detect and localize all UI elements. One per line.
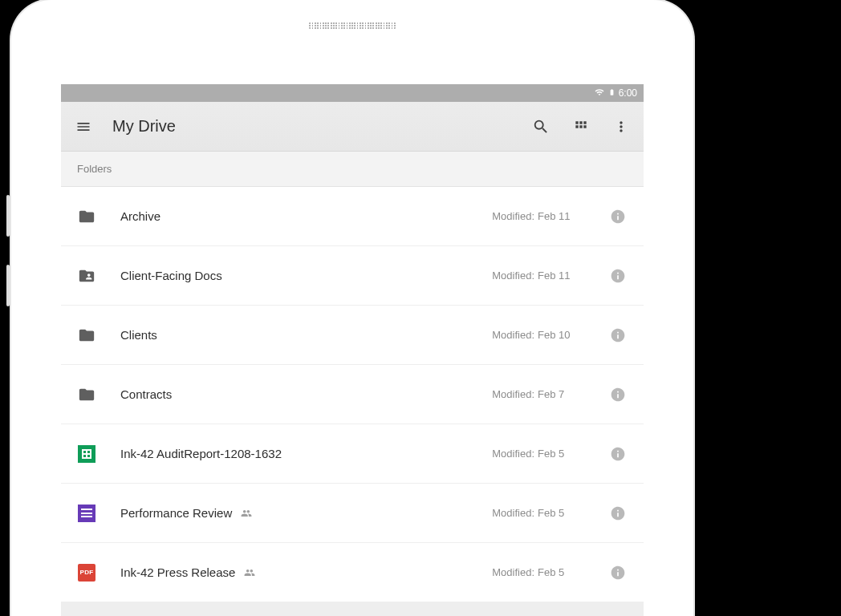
page-title: My Drive xyxy=(112,117,512,136)
screen: 6:00 My Drive Folders ArchiveModified:Fe… xyxy=(61,84,644,616)
battery-icon xyxy=(608,87,616,100)
modified-date: Feb 5 xyxy=(538,448,583,460)
device-frame: 6:00 My Drive Folders ArchiveModified:Fe… xyxy=(11,0,693,616)
section-header: Folders xyxy=(61,152,644,187)
speaker-grille xyxy=(308,21,396,30)
info-icon[interactable] xyxy=(607,265,629,287)
file-type-icon xyxy=(75,266,98,286)
item-name: Client-Facing Docs xyxy=(120,269,222,282)
device-side-button-1 xyxy=(6,195,10,237)
modified-date: Feb 5 xyxy=(538,566,583,578)
file-type-icon xyxy=(75,385,98,404)
grid-view-icon[interactable] xyxy=(570,116,592,138)
file-type-icon: PDF xyxy=(75,563,98,582)
shared-icon xyxy=(240,508,253,519)
file-type-icon xyxy=(75,444,98,464)
search-icon[interactable] xyxy=(530,116,552,138)
item-name: Performance Review xyxy=(120,506,232,520)
device-side-button-2 xyxy=(6,265,10,306)
wifi-icon xyxy=(594,87,605,99)
modified-label: Modified: xyxy=(492,270,534,282)
more-vert-icon[interactable] xyxy=(610,116,632,138)
item-name: Contracts xyxy=(120,387,172,401)
info-icon[interactable] xyxy=(607,324,629,346)
file-list: ArchiveModified:Feb 11Client-Facing Docs… xyxy=(61,187,644,602)
modified-date: Feb 11 xyxy=(538,270,583,282)
modified-label: Modified: xyxy=(492,210,534,222)
info-icon[interactable] xyxy=(607,383,629,406)
modified-date: Feb 10 xyxy=(538,329,583,341)
shared-icon xyxy=(243,567,256,578)
modified-date: Feb 5 xyxy=(538,507,583,519)
info-icon[interactable] xyxy=(607,561,629,584)
modified-date: Feb 11 xyxy=(538,210,583,222)
item-name: Clients xyxy=(120,328,157,342)
modified-label: Modified: xyxy=(492,388,534,400)
info-icon[interactable] xyxy=(607,443,629,465)
item-name: Ink-42 Press Release xyxy=(120,565,235,579)
item-name: Ink-42 AuditReport-1208-1632 xyxy=(120,447,282,460)
modified-label: Modified: xyxy=(492,507,534,519)
list-item[interactable]: ClientsModified:Feb 10 xyxy=(61,306,644,365)
section-label: Folders xyxy=(77,163,112,175)
file-type-icon xyxy=(75,326,98,345)
info-icon[interactable] xyxy=(607,502,629,525)
list-item[interactable]: Performance ReviewModified:Feb 5 xyxy=(61,484,644,543)
list-item[interactable]: ContractsModified:Feb 7 xyxy=(61,365,644,424)
modified-label: Modified: xyxy=(492,566,534,578)
app-bar: My Drive xyxy=(61,102,644,152)
hamburger-menu-icon[interactable] xyxy=(72,116,95,138)
status-time: 6:00 xyxy=(619,87,637,99)
list-item[interactable]: PDFInk-42 Press ReleaseModified:Feb 5 xyxy=(61,543,644,602)
list-item[interactable]: Client-Facing DocsModified:Feb 11 xyxy=(61,246,644,306)
modified-label: Modified: xyxy=(492,329,534,341)
item-name: Archive xyxy=(120,209,160,223)
modified-date: Feb 7 xyxy=(538,388,583,400)
list-item[interactable]: ArchiveModified:Feb 11 xyxy=(61,187,644,246)
file-type-icon xyxy=(75,504,98,523)
status-bar: 6:00 xyxy=(61,84,644,102)
list-item[interactable]: Ink-42 AuditReport-1208-1632Modified:Feb… xyxy=(61,424,644,484)
modified-label: Modified: xyxy=(492,448,534,460)
file-type-icon xyxy=(75,207,98,226)
info-icon[interactable] xyxy=(607,205,629,228)
